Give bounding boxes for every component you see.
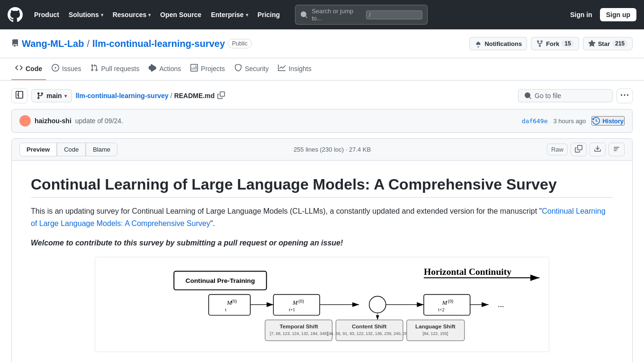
bell-icon bbox=[474, 40, 482, 47]
file-actions: Raw bbox=[547, 143, 625, 156]
outline-button[interactable] bbox=[608, 143, 625, 156]
svg-text:Continual Pre-Training: Continual Pre-Training bbox=[186, 277, 255, 284]
nav-resources[interactable]: Resources ▾ bbox=[109, 8, 155, 21]
tab-actions-label: Actions bbox=[159, 65, 181, 72]
svg-text:Language Shift: Language Shift bbox=[415, 323, 456, 329]
tab-code[interactable]: Code bbox=[11, 58, 46, 80]
nav-product[interactable]: Product bbox=[30, 8, 63, 21]
tab-insights-label: Insights bbox=[288, 65, 311, 72]
svg-point-0 bbox=[23, 117, 27, 121]
readme-content: Continual Learning of Large Language Mod… bbox=[12, 161, 632, 362]
outline-icon bbox=[613, 145, 620, 153]
svg-text:Temporal Shift: Temporal Shift bbox=[280, 323, 318, 329]
star-count: 215 bbox=[612, 40, 627, 47]
sign-in-button[interactable]: Sign in bbox=[566, 9, 596, 21]
tab-issues[interactable]: Issues bbox=[48, 58, 85, 80]
file-viewer: Preview Code Blame 255 lines (230 loc) ·… bbox=[11, 138, 633, 362]
goto-file-button[interactable]: Go to file bbox=[518, 89, 613, 102]
projects-tab-icon bbox=[190, 64, 198, 73]
repo-owner[interactable]: Wang-ML-Lab bbox=[22, 38, 84, 49]
copy-path-button[interactable] bbox=[216, 90, 226, 101]
fork-button[interactable]: Fork 15 bbox=[531, 37, 579, 50]
star-button[interactable]: Star 215 bbox=[583, 37, 633, 50]
tab-actions[interactable]: Actions bbox=[145, 58, 185, 80]
breadcrumb-repo-link[interactable]: llm-continual-learning-survey bbox=[76, 92, 169, 100]
sidebar-toggle-button[interactable] bbox=[11, 88, 27, 103]
nav-enterprise[interactable]: Enterprise ▾ bbox=[207, 8, 251, 21]
tab-pr-label: Pull requests bbox=[101, 65, 139, 72]
commit-row: haizhou-shi update of 09/24. daf649e 3 h… bbox=[11, 109, 633, 133]
branch-name: main bbox=[46, 92, 62, 100]
breadcrumb: llm-continual-learning-survey / README.m… bbox=[76, 90, 226, 101]
readme-cta: Welcome to contribute to this survey by … bbox=[31, 237, 613, 249]
search-shortcut: / bbox=[366, 10, 422, 19]
fork-icon bbox=[536, 40, 544, 47]
commit-message: update of 09/24. bbox=[75, 117, 123, 125]
search-box[interactable]: Search or jump to... / bbox=[295, 5, 428, 25]
svg-text:M: M bbox=[292, 299, 298, 306]
top-nav: Product Solutions ▾ Resources ▾ Open Sou… bbox=[0, 0, 644, 29]
tab-insights[interactable]: Insights bbox=[274, 58, 315, 80]
security-tab-icon bbox=[234, 64, 242, 73]
insights-tab-icon bbox=[278, 64, 286, 73]
commit-time: 3 hours ago bbox=[554, 118, 586, 125]
commit-left: haizhou-shi update of 09/24. bbox=[19, 115, 123, 127]
svg-point-16 bbox=[369, 296, 386, 313]
file-browser-header: main ▾ llm-continual-learning-survey / R… bbox=[11, 88, 633, 103]
blame-tab[interactable]: Blame bbox=[86, 143, 117, 156]
file-viewer-header: Preview Code Blame 255 lines (230 loc) ·… bbox=[12, 139, 632, 161]
visibility-badge: Public bbox=[228, 39, 252, 48]
code-tab[interactable]: Code bbox=[57, 143, 86, 156]
commit-hash[interactable]: daf649e bbox=[522, 118, 548, 125]
history-button[interactable]: History bbox=[591, 116, 625, 126]
svg-text:t: t bbox=[225, 307, 226, 312]
search-container: Search or jump to... / bbox=[295, 5, 428, 25]
nav-open-source[interactable]: Open Source bbox=[156, 8, 205, 21]
file-browser-right: Go to file bbox=[518, 89, 633, 103]
fork-label: Fork bbox=[546, 40, 559, 47]
commit-author[interactable]: haizhou-shi bbox=[35, 117, 72, 125]
github-logo-icon bbox=[8, 7, 23, 22]
continual-pretraining-diagram: Horizontal Continuity Continual Pre-Trai… bbox=[95, 257, 549, 350]
svg-text:[84, 122, 155]: [84, 122, 155] bbox=[423, 331, 448, 336]
nav-pricing[interactable]: Pricing bbox=[254, 8, 284, 21]
svg-text:M: M bbox=[442, 299, 448, 306]
tab-security[interactable]: Security bbox=[231, 58, 273, 80]
top-nav-right: Sign in Sign up bbox=[566, 8, 636, 21]
history-label: History bbox=[602, 118, 624, 125]
solutions-chevron: ▾ bbox=[101, 12, 103, 18]
search-icon bbox=[524, 92, 532, 100]
goto-file-label: Go to file bbox=[535, 92, 607, 100]
notifications-button[interactable]: Notifications bbox=[469, 37, 527, 50]
tab-pull-requests[interactable]: Pull requests bbox=[87, 58, 143, 80]
readme-intro-paragraph: This is an updating survey for Continual… bbox=[31, 205, 613, 229]
repo-path: Wang-ML-Lab / llm-continual-learning-sur… bbox=[11, 38, 252, 49]
code-tab-icon bbox=[15, 64, 23, 73]
svg-text:t+2: t+2 bbox=[438, 307, 445, 312]
tab-projects[interactable]: Projects bbox=[187, 58, 229, 80]
raw-button[interactable]: Raw bbox=[547, 144, 568, 155]
star-icon bbox=[588, 40, 596, 47]
svg-text:[46, 56, 91, 93, 122, 132, 136: [46, 56, 91, 93, 122, 132, 136, 239, 240… bbox=[328, 331, 411, 336]
notifications-label: Notifications bbox=[484, 40, 522, 47]
repo-name[interactable]: llm-continual-learning-survey bbox=[92, 38, 225, 49]
nav-solutions[interactable]: Solutions ▾ bbox=[65, 8, 107, 21]
breadcrumb-separator: / bbox=[170, 92, 172, 100]
file-meta: 255 lines (230 loc) · 27.4 KB bbox=[294, 146, 371, 153]
preview-tab[interactable]: Preview bbox=[19, 143, 57, 156]
download-button[interactable] bbox=[590, 143, 606, 156]
tab-issues-label: Issues bbox=[62, 65, 81, 72]
readme-intro-end: ". bbox=[210, 219, 215, 227]
svg-text:(0): (0) bbox=[448, 299, 453, 304]
more-options-button[interactable] bbox=[617, 89, 633, 103]
avatar bbox=[19, 115, 31, 127]
copy-file-button[interactable] bbox=[571, 143, 587, 156]
branch-selector[interactable]: main ▾ bbox=[31, 89, 72, 102]
github-logo[interactable] bbox=[8, 7, 23, 22]
tab-projects-label: Projects bbox=[201, 65, 225, 72]
readme-intro-text: This is an updating survey for Continual… bbox=[31, 207, 542, 215]
svg-text:Content Shift: Content Shift bbox=[352, 323, 387, 329]
star-label: Star bbox=[598, 40, 610, 47]
sign-up-button[interactable]: Sign up bbox=[600, 8, 636, 21]
svg-text:...: ... bbox=[498, 299, 504, 309]
